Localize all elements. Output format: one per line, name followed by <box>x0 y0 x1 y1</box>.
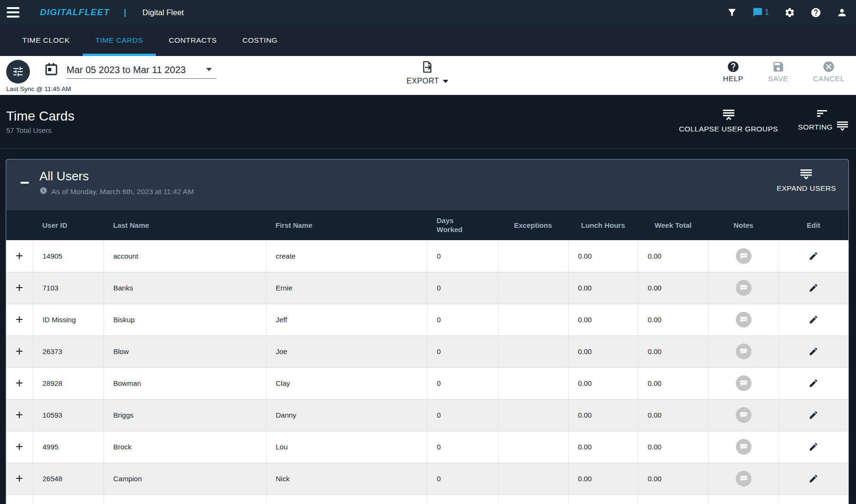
pencil-icon <box>808 346 818 356</box>
edit-button[interactable] <box>808 474 818 484</box>
note-bubble-icon <box>735 407 752 423</box>
days-worked-cell: 0 <box>427 336 498 367</box>
notes-button[interactable] <box>735 439 752 455</box>
as-of-label: As of Monday, March 6th, 2023 at 11:42 A… <box>51 187 194 196</box>
exceptions-cell <box>498 304 568 336</box>
week-total-cell: 0.00 <box>638 431 708 463</box>
table-row: +28928BowmanClay00.000.00 <box>6 367 848 399</box>
save-button[interactable]: SAVE <box>768 60 789 83</box>
settings-icon[interactable] <box>784 7 795 18</box>
sorting-label: SORTING <box>798 123 833 131</box>
week-total-cell: 0.00 <box>638 367 708 399</box>
notes-button[interactable] <box>735 280 752 296</box>
notes-button[interactable] <box>735 248 752 264</box>
menu-icon[interactable] <box>7 4 26 20</box>
tab-contracts[interactable]: CONTRACTS <box>156 25 229 56</box>
expand-row-button[interactable]: + <box>6 431 33 463</box>
edit-cell <box>779 463 848 495</box>
partial-cell <box>33 495 104 504</box>
days-worked-cell: 0 <box>427 431 498 463</box>
edit-button[interactable] <box>808 410 818 420</box>
notes-button[interactable] <box>735 407 752 423</box>
cancel-label: CANCEL <box>813 75 845 83</box>
edit-cell <box>779 304 848 336</box>
top-bar: DIGITALFLEET | Digital Fleet 1 <box>0 0 856 25</box>
edit-button[interactable] <box>808 315 818 325</box>
exceptions-cell <box>498 367 568 399</box>
date-range-select[interactable]: Mar 05 2023 to Mar 11 2023 <box>67 62 217 79</box>
first-name-cell: Danny <box>266 399 427 431</box>
save-label: SAVE <box>768 75 789 83</box>
edit-button[interactable] <box>808 346 818 356</box>
help-circle-icon <box>727 60 740 73</box>
exceptions-cell <box>498 336 568 367</box>
cancel-button[interactable]: CANCEL <box>813 60 845 83</box>
note-bubble-icon <box>735 375 752 392</box>
page-title: Time Cards <box>6 109 75 124</box>
edit-button[interactable] <box>808 378 818 388</box>
collapse-user-groups-button[interactable]: COLLAPSE USER GROUPS <box>679 110 778 133</box>
expand-row-button[interactable]: + <box>6 367 33 399</box>
account-icon[interactable] <box>836 7 847 18</box>
edit-cell <box>779 240 848 272</box>
lunch-hours-cell: 0.00 <box>568 304 638 336</box>
expand-row-button[interactable]: + <box>6 399 33 431</box>
expand-row-button[interactable]: + <box>6 272 33 304</box>
edit-button[interactable] <box>808 251 818 261</box>
date-range-value: Mar 05 2023 to Mar 11 2023 <box>67 65 186 75</box>
tab-time-cards[interactable]: TIME CARDS <box>83 25 156 56</box>
partial-cell <box>104 495 266 504</box>
expand-row-button[interactable]: + <box>6 304 33 336</box>
expand-row-button[interactable]: + <box>6 240 33 272</box>
notes-button[interactable] <box>735 311 752 328</box>
first-name-cell: Joe <box>266 336 427 367</box>
lunch-hours-cell: 0.00 <box>568 399 638 431</box>
filter-settings-button[interactable] <box>6 60 30 84</box>
notes-cell <box>708 240 779 272</box>
expand-row-button[interactable]: + <box>6 336 33 367</box>
collapse-group-toggle[interactable] <box>20 177 33 189</box>
user-id-cell: 26373 <box>33 336 104 367</box>
partial-cell <box>708 495 779 504</box>
chat-badge: 1 <box>765 8 769 17</box>
edit-button[interactable] <box>808 283 818 293</box>
chat-icon[interactable]: 1 <box>752 7 769 18</box>
help-icon[interactable] <box>810 7 821 18</box>
tab-costing[interactable]: COSTING <box>229 25 290 56</box>
expand-users-label: EXPAND USERS <box>777 184 836 193</box>
days-worked-cell: 0 <box>427 367 498 399</box>
pencil-icon <box>808 378 818 388</box>
note-bubble-icon <box>735 470 752 487</box>
edit-button[interactable] <box>808 442 818 452</box>
sorting-button[interactable]: SORTING <box>798 110 848 133</box>
table-row: +10593BriggsDanny00.000.00 <box>6 399 848 431</box>
calendar-icon[interactable] <box>44 62 59 79</box>
lunch-hours-cell: 0.00 <box>568 240 638 272</box>
pencil-icon <box>808 474 818 484</box>
expand-row-button[interactable]: + <box>6 463 33 495</box>
all-users-card: All Users As of Monday, March 6th, 2023 … <box>6 159 849 504</box>
notes-button[interactable] <box>735 375 752 392</box>
filter-icon[interactable] <box>726 7 738 18</box>
edit-cell <box>779 431 848 463</box>
exceptions-cell <box>498 240 568 272</box>
last-name-cell: Biskup <box>104 304 266 336</box>
expand-users-button[interactable]: EXPAND USERS <box>777 169 836 210</box>
help-button[interactable]: HELP <box>723 60 743 83</box>
expand-icon <box>800 169 812 181</box>
first-name-cell: Nick <box>266 463 427 495</box>
pencil-icon <box>808 410 818 420</box>
notes-cell <box>708 399 779 431</box>
edit-cell <box>779 367 848 399</box>
note-bubble-icon <box>735 343 752 360</box>
tab-time-clock[interactable]: TIME CLOCK <box>10 25 83 56</box>
export-button[interactable]: EXPORT <box>399 60 456 85</box>
partial-cell <box>6 495 33 504</box>
week-total-cell: 0.00 <box>638 240 708 272</box>
lunch-hours-cell: 0.00 <box>568 431 638 463</box>
notes-button[interactable] <box>735 343 752 360</box>
notes-button[interactable] <box>735 470 752 487</box>
week-total-cell: 0.00 <box>638 399 708 431</box>
pencil-icon <box>808 315 818 325</box>
edit-cell <box>779 399 848 431</box>
